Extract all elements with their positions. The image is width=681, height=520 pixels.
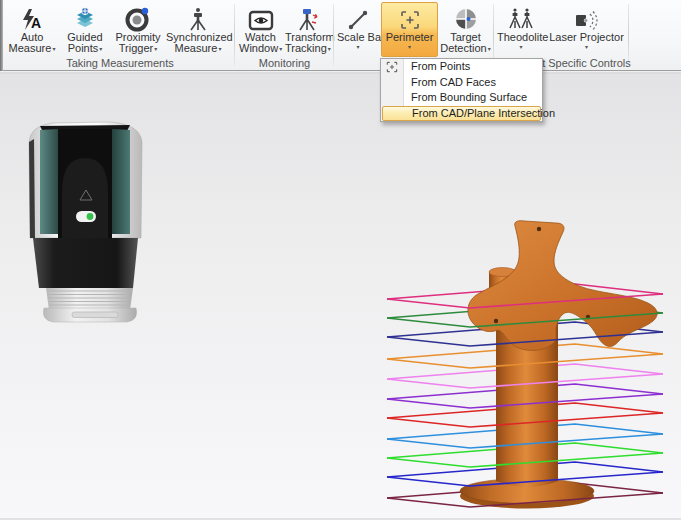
- menu-item-from-cad-plane-intersection[interactable]: From CAD/Plane Intersection: [382, 106, 541, 122]
- menu-item-from-bounding-surface[interactable]: From Bounding Surface: [381, 90, 542, 106]
- proximity-trigger-icon: [113, 3, 163, 32]
- perimeter-icon: [382, 3, 437, 32]
- target-detection-icon: [440, 3, 491, 32]
- auto-measure-button[interactable]: A Auto Measure▾: [6, 2, 58, 57]
- perimeter-dropdown-menu: From Points From CAD Faces From Bounding…: [380, 58, 543, 122]
- perimeter-button[interactable]: Perimeter ▾: [381, 2, 438, 57]
- theodolite-button[interactable]: Theodolite ▾: [496, 2, 546, 57]
- theodolite-icon: [497, 3, 545, 32]
- target-detection-button[interactable]: Target Detection▾: [439, 2, 492, 57]
- menu-item-from-points[interactable]: From Points: [381, 59, 542, 75]
- dropdown-arrow-icon: ▾: [218, 46, 221, 52]
- auto-measure-icon: A: [7, 3, 57, 32]
- laser-tracker-model[interactable]: [29, 122, 142, 322]
- button-label: Measure: [9, 42, 52, 54]
- dropdown-arrow-icon: ▾: [328, 46, 331, 52]
- laser-projector-icon: [548, 3, 625, 32]
- menu-item-label: From CAD/Plane Intersection: [412, 107, 555, 119]
- synchronized-measure-icon: [166, 3, 230, 32]
- guided-points-button[interactable]: Guided Points▾: [59, 2, 111, 57]
- window-left-edge: [0, 0, 3, 71]
- guided-points-icon: [60, 3, 110, 32]
- dropdown-arrow-icon: ▾: [382, 43, 437, 52]
- viewport-3d[interactable]: [0, 74, 681, 520]
- group-label-taking-measurements: Taking Measurements: [6, 57, 234, 70]
- group-separator: [234, 4, 235, 66]
- app-window: A Auto Measure▾ Guided Points▾: [0, 0, 681, 520]
- proximity-trigger-button[interactable]: Proximity Trigger▾: [112, 2, 164, 57]
- dropdown-arrow-icon: ▾: [279, 46, 282, 52]
- button-label: Trigger: [119, 42, 153, 54]
- dropdown-arrow-icon: ▾: [548, 43, 625, 52]
- watch-window-icon: [239, 3, 282, 32]
- button-label: Scale Bar: [337, 31, 385, 43]
- button-label: Tracking: [285, 42, 327, 54]
- ribbon: A Auto Measure▾ Guided Points▾: [0, 0, 681, 71]
- scale-bar-button[interactable]: Scale Bar ▾: [336, 2, 380, 57]
- transform-tracking-button[interactable]: Transform Tracking▾: [284, 2, 331, 57]
- scene-canvas: [0, 74, 681, 520]
- button-label: Measure: [175, 42, 218, 54]
- button-label: Detection: [440, 42, 486, 54]
- menu-item-from-cad-faces[interactable]: From CAD Faces: [381, 75, 542, 91]
- plate-hole: [494, 319, 498, 323]
- dropdown-arrow-icon: ▾: [488, 46, 491, 52]
- button-label: Points: [68, 42, 99, 54]
- dropdown-arrow-icon: ▾: [337, 43, 379, 52]
- plate-hole: [537, 227, 541, 231]
- laser-projector-button[interactable]: Laser Projector ▾: [547, 2, 626, 57]
- button-label: Perimeter: [386, 31, 434, 43]
- button-label: Laser Projector: [549, 31, 624, 43]
- dropdown-arrow-icon: ▾: [497, 43, 545, 52]
- svg-text:A: A: [31, 15, 41, 31]
- button-label: Theodolite: [497, 31, 548, 43]
- menu-item-label: From CAD Faces: [411, 76, 496, 88]
- group-separator: [333, 4, 334, 66]
- dropdown-arrow-icon: ▾: [99, 46, 102, 52]
- button-label: Window: [239, 42, 278, 54]
- menu-item-label: From Points: [411, 60, 470, 72]
- scale-bar-icon: [337, 3, 379, 32]
- synchronized-measure-button[interactable]: Synchronized Measure▾: [165, 2, 231, 57]
- dropdown-arrow-icon: ▾: [52, 46, 55, 52]
- green-led: [87, 213, 94, 220]
- dropdown-arrow-icon: ▾: [154, 46, 157, 52]
- menu-item-label: From Bounding Surface: [411, 91, 527, 103]
- watch-window-button[interactable]: Watch Window▾: [238, 2, 283, 57]
- group-label-monitoring: Monitoring: [236, 57, 333, 70]
- transform-tracking-icon: [285, 3, 330, 32]
